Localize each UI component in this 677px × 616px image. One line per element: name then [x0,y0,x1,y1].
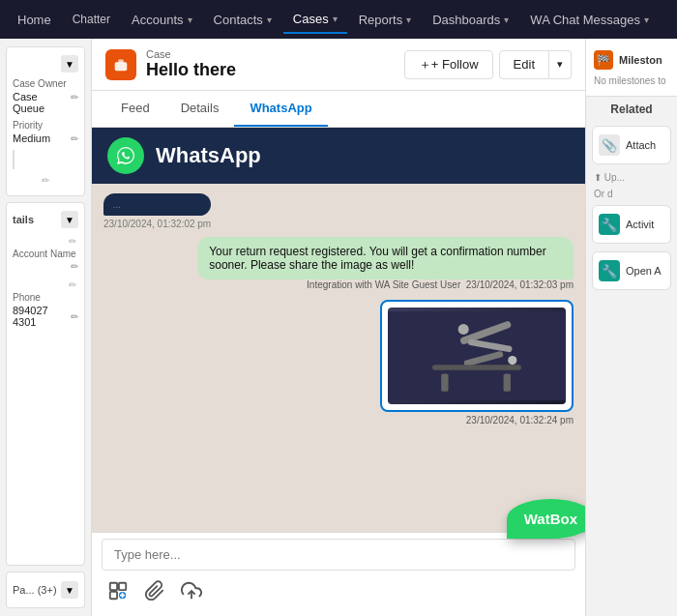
edit-button[interactable]: Edit [499,50,549,79]
nav-contacts[interactable]: Contacts ▾ [204,7,281,33]
case-owner-label: Case Owner [13,78,78,89]
related-open-a[interactable]: 🔧 Open A [592,251,671,290]
related-title: Related [586,97,677,122]
edit-dropdown-button[interactable]: ▾ [549,50,572,79]
msg-time-image: 23/10/2024, 01:32:24 pm [380,415,574,425]
contacts-chevron-icon: ▾ [267,15,272,25]
priority-value: Medium ✏ [13,132,78,144]
wa-header: WhatsApp [92,128,585,184]
milestone-text: No milestones to [594,73,669,88]
svg-point-7 [508,356,516,365]
whatsapp-logo-icon [107,137,144,174]
svg-rect-10 [504,373,511,391]
follow-button[interactable]: ＋ + Follow [404,50,493,79]
activity-icon: 🔧 [599,214,620,235]
pa-collapse-button[interactable]: ▼ [61,581,78,599]
add-template-button[interactable] [105,578,131,608]
svg-rect-8 [432,365,521,370]
milestone-title: Mileston [619,54,662,66]
svg-rect-12 [119,583,126,590]
chat-input[interactable] [102,539,575,571]
image-attachment[interactable] [388,308,566,404]
main-layout: ▼ Case Owner Case ✏ Queue Priority Mediu… [0,39,677,616]
pa-section: Pa... (3+) ▼ [6,572,85,608]
details-collapse-button[interactable]: ▼ [61,211,78,228]
cases-chevron-icon: ▾ [333,14,338,24]
case-label: Case [146,48,236,60]
account-name-label: Account Name [13,249,78,259]
whatsapp-area: WhatsApp ... 23/10/2024, 01:32:02 pm You… [92,128,585,616]
msg-time-1: 23/10/2024, 01:32:02 pm [103,219,211,229]
svg-rect-9 [441,373,448,391]
nav-chatter[interactable]: Chatter [63,7,120,32]
message-image-1: 23/10/2024, 01:32:24 pm [380,300,574,425]
upload-button[interactable] [179,578,204,608]
details-title: tails [13,214,34,225]
tab-whatsapp[interactable]: WhatsApp [234,91,327,127]
tab-details[interactable]: Details [165,91,235,127]
account-name-field: Account Name ✏ [13,249,78,272]
milestone-section: 🏁 Mileston No milestones to [586,39,677,97]
section-header: ▼ [13,55,78,73]
svg-rect-2 [388,311,566,400]
tabs-bar: Feed Details WhatsApp [92,91,585,128]
nav-wa-chat[interactable]: WA Chat Messages ▾ [520,7,659,33]
priority-edit-icon[interactable]: ✏ [71,133,78,144]
svg-rect-11 [110,583,117,590]
attach-icon: 📎 [599,134,620,156]
case-icon [105,49,136,80]
nav-home[interactable]: Home [8,7,61,33]
follow-plus-icon: ＋ [419,56,431,73]
case-title-area: Case Hello there [105,48,236,80]
svg-rect-1 [118,59,123,63]
chat-messages: ... 23/10/2024, 01:32:02 pm Your return … [92,184,585,532]
accounts-chevron-icon: ▾ [188,15,192,25]
nav-reports[interactable]: Reports ▾ [349,7,422,33]
phone-value: 8940274301 ✏ [13,305,78,328]
details-section: tails ▼ ✏ Account Name ✏ ✏ Phone 8940274… [6,202,85,566]
details-header: tails ▼ [13,211,78,228]
nav-accounts[interactable]: Accounts ▾ [122,7,201,33]
left-sidebar: ▼ Case Owner Case ✏ Queue Priority Mediu… [0,39,92,616]
input-actions [102,576,575,610]
phone-field: Phone 8940274301 ✏ [13,292,78,328]
priority-label: Priority [13,120,78,131]
open-a-icon: 🔧 [599,260,620,281]
wa-chat-chevron-icon: ▾ [644,15,649,25]
account-name-value: ✏ [13,261,78,272]
wa-title: WhatsApp [156,143,261,168]
case-owner-value: Case ✏ [13,91,78,103]
message-received-1: ... 23/10/2024, 01:32:02 pm [103,193,211,229]
nav-dashboards[interactable]: Dashboards ▾ [423,7,518,33]
svg-point-6 [458,324,469,335]
dashboards-chevron-icon: ▾ [504,15,509,25]
input-area [92,532,585,616]
nav-cases[interactable]: Cases ▾ [283,6,347,34]
priority-field: Priority Medium ✏ [13,120,78,144]
case-title: Hello there [146,60,236,80]
related-activity[interactable]: 🔧 Activit [592,205,671,244]
account-name-edit-icon[interactable]: ✏ [71,261,78,272]
msg-sender-1: Integration with WA Site Guest User 23/1… [197,279,574,290]
svg-rect-0 [115,62,128,71]
reports-chevron-icon: ▾ [406,15,411,25]
svg-rect-13 [110,592,117,599]
case-owner-field: Case Owner Case ✏ Queue [13,78,78,114]
tab-feed[interactable]: Feed [105,91,165,127]
phone-label: Phone [13,292,78,303]
milestone-icon: 🏁 [594,50,613,70]
collapse-button[interactable]: ▼ [61,55,78,73]
pa-item: Pa... (3+) ▼ [13,578,78,601]
msg-text-sent: Your return request registered. You will… [209,245,545,272]
right-sidebar: 🏁 Mileston No milestones to Related 📎 At… [585,39,677,616]
attach-button[interactable] [142,578,167,608]
or-divider: Or d [586,187,677,201]
related-attach[interactable]: 📎 Attach [592,126,671,164]
top-navigation: Home Chatter Accounts ▾ Contacts ▾ Cases… [0,0,677,39]
message-sent-1: Your return request registered. You will… [197,237,574,292]
center-content: Case Hello there ＋ + Follow Edit ▾ Feed … [92,39,585,616]
case-info-section: ▼ Case Owner Case ✏ Queue Priority Mediu… [6,46,85,196]
watbox-bubble[interactable]: WatBox [507,499,585,539]
phone-edit-icon[interactable]: ✏ [71,311,78,322]
case-owner-edit-icon[interactable]: ✏ [71,92,78,103]
